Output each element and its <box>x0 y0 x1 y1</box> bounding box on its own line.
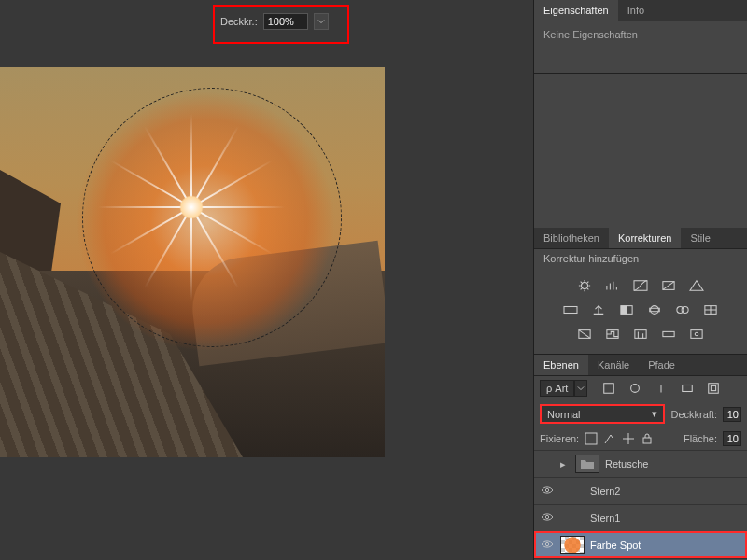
selective-color-icon[interactable] <box>686 326 707 343</box>
opacity-dropdown[interactable] <box>314 13 329 30</box>
lock-row: Fixieren: Fläche: 10 <box>534 427 747 450</box>
corrections-tabs: Bibliotheken Korrekturen Stile <box>534 228 747 249</box>
curves-icon[interactable] <box>630 277 651 294</box>
svg-rect-20 <box>709 384 719 394</box>
svg-point-26 <box>545 542 548 545</box>
properties-body: Keine Eigenschaften <box>534 21 747 73</box>
layer-name[interactable]: Farbe Spot <box>590 539 741 551</box>
fill-value[interactable]: 10 <box>723 431 741 446</box>
folder-icon <box>575 455 599 473</box>
svg-point-24 <box>545 488 548 491</box>
lock-label: Fixieren: <box>540 433 579 444</box>
layers-list: ▸RetuscheStern2Stern1Farbe SpotHintergru… <box>534 450 747 560</box>
opacity-input[interactable]: 100% <box>263 13 308 30</box>
corrections-body <box>534 268 747 354</box>
svg-rect-23 <box>643 438 651 443</box>
svg-rect-21 <box>712 385 716 390</box>
layers-tabs: Ebenen Kanäle Pfade <box>534 355 747 376</box>
layer-row[interactable]: Farbe Spot <box>534 531 747 558</box>
blend-mode-select[interactable]: Normal ▾ <box>540 404 665 424</box>
layer-name[interactable]: Stern1 <box>590 512 741 524</box>
properties-tabs: Eigenschaften Info <box>534 0 747 21</box>
svg-rect-19 <box>683 385 693 392</box>
layers-panel: Ebenen Kanäle Pfade ρ Art Normal ▾ Deckk… <box>534 355 747 560</box>
visibility-toggle[interactable] <box>540 539 555 551</box>
lock-pixels-icon[interactable] <box>603 432 616 445</box>
layer-filter-row: ρ Art <box>534 376 747 400</box>
visibility-toggle[interactable] <box>540 512 555 524</box>
svg-rect-13 <box>635 330 646 339</box>
visibility-toggle[interactable] <box>540 485 555 497</box>
layer-opacity-label: Deckkraft: <box>670 409 717 420</box>
levels-icon[interactable] <box>602 277 623 294</box>
filter-shape-icon[interactable] <box>677 380 698 397</box>
svg-rect-17 <box>604 384 614 394</box>
opacity-label: Deckkr.: <box>220 16 258 27</box>
folder-toggle[interactable]: ▸ <box>560 458 570 470</box>
brightness-contrast-icon[interactable] <box>574 277 595 294</box>
layer-name[interactable]: Retusche <box>605 458 741 469</box>
tab-channels[interactable]: Kanäle <box>588 355 639 375</box>
tab-styles[interactable]: Stile <box>681 228 719 248</box>
corrections-title: Korrektur hinzufügen <box>534 249 747 268</box>
lock-all-icon[interactable] <box>641 432 654 445</box>
tab-info[interactable]: Info <box>618 0 654 21</box>
spacer <box>534 74 747 228</box>
bw-icon[interactable] <box>616 301 637 318</box>
blend-mode-value: Normal <box>547 409 580 420</box>
layer-kind-label: ρ Art <box>546 383 568 394</box>
properties-panel: Eigenschaften Info Keine Eigenschaften <box>534 0 747 74</box>
layer-row[interactable]: Stern1 <box>534 504 747 531</box>
svg-rect-7 <box>650 308 660 312</box>
filter-smart-icon[interactable] <box>703 380 724 397</box>
posterize-icon[interactable] <box>602 326 623 343</box>
svg-point-9 <box>682 307 688 314</box>
svg-point-6 <box>651 306 659 315</box>
svg-point-16 <box>695 332 698 336</box>
filter-adjust-icon[interactable] <box>625 380 645 397</box>
layer-kind-select[interactable]: ρ Art <box>540 380 587 397</box>
tab-properties[interactable]: Eigenschaften <box>534 0 618 21</box>
layer-row[interactable]: ▸Retusche <box>534 450 747 477</box>
svg-rect-3 <box>564 307 577 314</box>
filter-type-icon[interactable] <box>651 380 671 397</box>
svg-rect-5 <box>627 306 632 315</box>
gradient-map-icon[interactable] <box>658 326 679 343</box>
tab-paths[interactable]: Pfade <box>639 355 684 375</box>
svg-point-0 <box>582 283 588 289</box>
svg-rect-4 <box>621 306 627 315</box>
brush-opacity-control: Deckkr.: 100% <box>220 13 329 30</box>
chevron-down-icon: ▾ <box>652 408 657 420</box>
tab-libraries[interactable]: Bibliotheken <box>534 228 609 248</box>
tab-corrections[interactable]: Korrekturen <box>609 228 681 248</box>
threshold-icon[interactable] <box>630 326 651 343</box>
layer-row[interactable]: Stern2 <box>534 477 747 504</box>
layer-opacity-value[interactable]: 10 <box>723 407 741 422</box>
svg-rect-14 <box>663 331 674 336</box>
layer-thumbnail <box>560 536 585 554</box>
lock-transparency-icon[interactable] <box>585 432 598 445</box>
document-canvas[interactable] <box>0 67 385 457</box>
circular-selection[interactable] <box>82 88 342 347</box>
svg-rect-15 <box>691 330 702 339</box>
svg-point-18 <box>631 385 640 393</box>
fill-label: Fläche: <box>684 433 717 444</box>
color-balance-icon[interactable] <box>588 301 609 318</box>
corrections-panel: Bibliotheken Korrekturen Stile Korrektur… <box>534 228 747 355</box>
vibrance-icon[interactable] <box>686 277 707 294</box>
photo-filter-icon[interactable] <box>644 301 665 318</box>
layer-name[interactable]: Stern2 <box>590 485 741 497</box>
lock-position-icon[interactable] <box>622 432 635 445</box>
channel-mixer-icon[interactable] <box>672 301 693 318</box>
filter-pixel-icon[interactable] <box>599 380 619 397</box>
right-panel-dock: Eigenschaften Info Keine Eigenschaften B… <box>534 0 747 560</box>
hue-icon[interactable] <box>560 301 581 318</box>
color-lookup-icon[interactable] <box>700 301 721 318</box>
invert-icon[interactable] <box>574 326 595 343</box>
exposure-icon[interactable] <box>658 277 679 294</box>
svg-rect-22 <box>585 433 597 444</box>
tab-layers[interactable]: Ebenen <box>534 355 588 375</box>
svg-point-25 <box>545 515 548 518</box>
blend-mode-row: Normal ▾ Deckkraft: 10 <box>534 400 747 427</box>
